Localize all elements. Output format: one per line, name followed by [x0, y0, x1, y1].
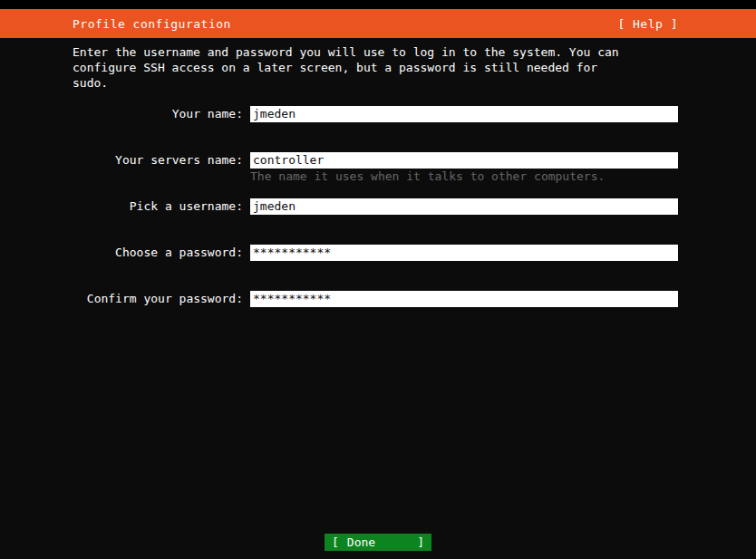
intro-line: Enter the username and password you will…	[73, 44, 685, 60]
intro-line: sudo.	[73, 75, 685, 91]
page-title: Profile configuration	[73, 17, 231, 31]
top-black-strip	[0, 0, 756, 9]
form-row-confirm-password: Confirm your password:	[73, 291, 678, 307]
username-label: Pick a username:	[73, 198, 243, 215]
confirm-password-label: Confirm your password:	[73, 291, 243, 307]
done-button-label: Done	[347, 534, 375, 551]
confirm-password-input[interactable]	[250, 291, 678, 307]
intro-line: configure SSH access on a later screen, …	[73, 60, 685, 75]
form-row-username: Pick a username:	[73, 198, 678, 215]
password-input[interactable]	[250, 245, 678, 261]
done-bracket-right: ]	[417, 534, 424, 551]
done-bracket-left: [	[332, 534, 339, 551]
your-name-input[interactable]	[250, 106, 678, 122]
form-row-your-name: Your name:	[73, 106, 678, 122]
intro-text: Enter the username and password you will…	[73, 44, 685, 91]
help-button[interactable]: [ Help ]	[617, 17, 678, 31]
title-bar: Profile configuration [ Help ]	[0, 9, 756, 38]
username-input[interactable]	[250, 198, 678, 215]
footer-button-row: [ Done ]	[0, 534, 756, 551]
server-name-input[interactable]	[250, 152, 678, 169]
form-row-password: Choose a password:	[73, 245, 678, 261]
form-row-server-name: Your servers name: The name it uses when…	[73, 152, 678, 184]
done-button[interactable]: [ Done ]	[325, 534, 431, 551]
installer-screen: Profile configuration [ Help ] Enter the…	[0, 0, 756, 559]
server-name-label: Your servers name:	[73, 152, 243, 169]
your-name-label: Your name:	[73, 106, 243, 122]
password-label: Choose a password:	[73, 245, 243, 261]
server-name-help-text: The name it uses when it talks to other …	[250, 169, 678, 184]
profile-form: Your name: Your servers name: The name i…	[73, 106, 678, 337]
